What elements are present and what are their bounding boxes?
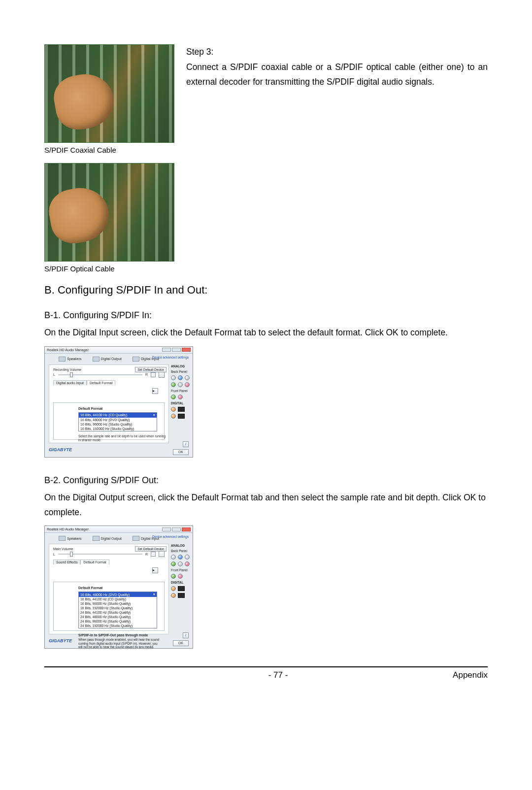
screenshot-digital-input: Realtek HD Audio Manager Speakers Digita… [44,346,193,458]
volume-slider[interactable] [58,374,142,375]
optical-port-icon[interactable] [178,414,185,419]
screenshot-digital-output: Realtek HD Audio Manager Speakers Digita… [44,526,193,649]
front-panel-label: Front Panel [171,389,191,393]
jack-icon[interactable] [178,555,183,560]
window-title: Realtek HD Audio Manager [47,527,89,531]
subtab-default-format[interactable]: Default Format [80,560,109,564]
analog-label: ANALOG [171,364,191,368]
volume-slider[interactable] [58,554,142,555]
jack-icon[interactable] [185,382,190,387]
window-title: Realtek HD Audio Manager [47,348,89,352]
balance-button[interactable] [159,372,165,378]
format-option[interactable]: 24 Bits, 44100 Hz (Studio Quality) [79,610,157,615]
jack-icon[interactable] [185,561,190,566]
jack-icon[interactable] [178,395,183,399]
format-option[interactable]: 16 Bits, 96000 Hz (Studio Quality) [79,422,157,427]
info-button[interactable]: i [183,441,189,447]
format-note: Select the sample rate and bit depth to … [78,434,167,442]
default-format-label: Default Format [78,586,159,590]
format-option[interactable]: 16 Bits, 192000 Hz (Studio Quality) [79,606,157,610]
caption-coax: S/PDIF Coaxial Cable [44,146,174,154]
jack-icon[interactable] [171,395,176,399]
info-button[interactable]: i [183,632,189,638]
back-panel-label: Back Panel [171,370,191,373]
jack-icon[interactable] [178,561,183,566]
b2-body: On the Digital Output screen, click the … [44,491,488,520]
page-number: - 77 - [268,670,288,680]
mute-button[interactable] [151,372,156,377]
format-option[interactable]: 16 Bits, 44100 Hz (CD Quality) [79,597,157,601]
window-controls[interactable] [162,348,191,352]
analog-label: ANALOG [171,544,191,547]
jack-icon[interactable] [171,375,176,380]
section-b-title: B. Configuring S/PDIF In and Out: [44,284,488,296]
default-format-label: Default Format [78,407,159,410]
tab-digital-output[interactable]: Digital Output [90,356,125,362]
optical-port-icon[interactable] [178,593,185,598]
b2-title: B-2. Configuring S/PDIF Out: [44,475,488,486]
jack-icon[interactable] [171,382,176,387]
default-format-dropdown[interactable]: 16 Bits, 44100 Hz (CD Quality)▾ 16 Bits,… [78,412,157,431]
optical-port-icon[interactable] [178,586,185,591]
window-controls[interactable] [162,527,191,531]
jack-icon[interactable] [171,561,176,566]
photo-spdif-optical [44,163,174,262]
jack-icon[interactable] [171,593,176,598]
gigabyte-logo: GIGABYTE [49,447,72,452]
back-panel-label: Back Panel [171,549,191,553]
b1-body: On the Digital Input screen, click the D… [44,326,488,340]
tab-speakers[interactable]: Speakers [56,535,85,542]
format-option[interactable]: 24 Bits, 48000 Hz (Studio Quality) [79,615,157,619]
jack-icon[interactable] [178,375,183,380]
tab-speakers[interactable]: Speakers [56,356,85,362]
jack-icon[interactable] [171,586,176,591]
ok-button[interactable]: OK [173,640,189,646]
default-format-dropdown[interactable]: 16 Bits, 48000 Hz (DVD Quality)▾ 16 Bits… [78,592,157,628]
ok-button[interactable]: OK [173,449,189,455]
format-option[interactable]: 16 Bits, 96000 Hz (Studio Quality) [79,601,157,606]
passthrough-note: When pass through mode enabled, you will… [78,638,162,649]
subtab-sound-effects[interactable]: Sound Effects [53,560,80,564]
test-play-button[interactable]: ▸ [152,567,158,573]
jack-icon[interactable] [171,555,176,560]
balance-button[interactable] [159,551,165,557]
jack-icon[interactable] [185,375,190,380]
subtab-default-format[interactable]: Default Format [87,380,115,385]
mute-button[interactable] [151,552,156,557]
digital-label: DIGITAL [171,401,191,405]
jack-icon[interactable] [171,407,176,412]
gigabyte-logo: GIGABYTE [49,638,72,643]
jack-icon[interactable] [178,382,183,387]
front-panel-label: Front Panel [171,568,191,572]
passthrough-heading: S/PDIF-In to S/PDIF-Out pass through mod… [78,633,159,637]
tab-digital-output[interactable]: Digital Output [90,535,125,542]
caption-optical: S/PDIF Optical Cable [44,264,488,273]
digital-label: DIGITAL [171,581,191,584]
test-play-button[interactable]: ▸ [152,388,158,394]
format-option[interactable]: 24 Bits, 192000 Hz (Studio Quality) [79,624,157,628]
photo-spdif-coaxial [44,44,174,143]
device-advanced-settings-link[interactable]: Device advanced settings [152,535,189,539]
jack-icon[interactable] [178,574,183,579]
format-option[interactable]: 16 Bits, 192000 Hz (Studio Quality) [79,427,157,431]
jack-icon[interactable] [185,555,190,560]
jack-icon[interactable] [171,574,176,579]
step3-body: Connect a S/PDIF coaxial cable or a S/PD… [186,60,488,90]
section-name: Appendix [453,670,488,680]
format-option[interactable]: 24 Bits, 96000 Hz (Studio Quality) [79,619,157,624]
subtab-digital-audio-input[interactable]: Digital audio Input [53,380,87,385]
device-advanced-settings-link[interactable]: Device advanced settings [152,356,189,360]
b1-title: B-1. Configuring S/PDIF In: [44,310,488,321]
jack-icon[interactable] [171,414,176,419]
step3-heading: Step 3: [186,44,488,60]
format-option[interactable]: 16 Bits, 48000 Hz (DVD Quality) [79,418,157,422]
optical-port-icon[interactable] [178,407,185,412]
